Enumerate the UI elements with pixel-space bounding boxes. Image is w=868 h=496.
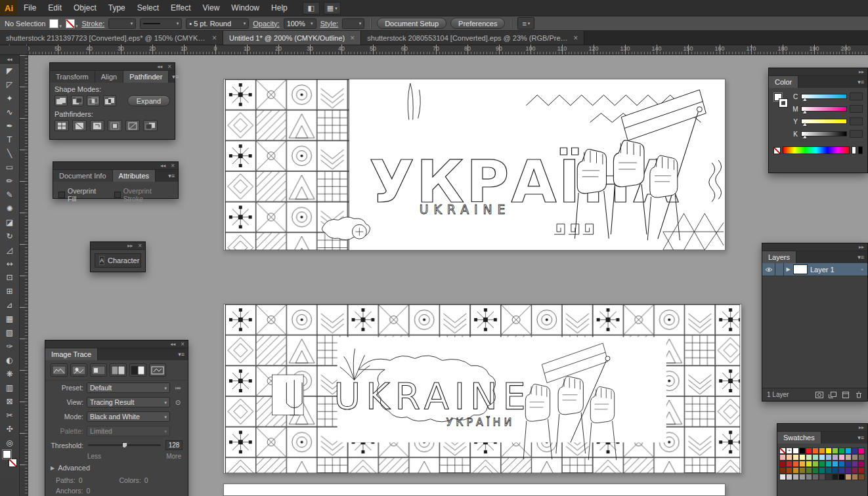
workspace-switcher-button[interactable]: ▦ ▾	[324, 2, 341, 14]
threshold-slider[interactable]	[88, 444, 161, 446]
eyedropper-tool[interactable]: ✑	[0, 339, 19, 353]
panel-menu-icon[interactable]: ▾≡	[165, 170, 178, 182]
document-tab[interactable]: Untitled 1* @ 200% (CMYK/Outline) ×	[223, 31, 361, 45]
grayscale-button[interactable]	[110, 363, 127, 377]
registration-swatch[interactable]: +	[786, 447, 792, 454]
slider-thumb[interactable]	[802, 98, 807, 102]
document-tab[interactable]: shutterstock 2080553104 [Converted].eps …	[361, 31, 584, 45]
color-swatch[interactable]	[819, 467, 825, 474]
panel-tab[interactable]: Align	[95, 71, 123, 83]
color-swatch[interactable]	[852, 447, 858, 454]
color-swatch[interactable]	[799, 461, 806, 467]
trace-option-select[interactable]: Limited ▾	[87, 426, 170, 436]
channel-value-box[interactable]	[850, 130, 863, 138]
color-swatch[interactable]	[812, 474, 819, 480]
vertical-ruler[interactable]	[20, 55, 28, 496]
color-swatch[interactable]	[832, 474, 838, 480]
zoom-tool[interactable]: ◎	[0, 436, 19, 449]
rectangle-tool[interactable]: ▭	[0, 160, 19, 174]
menu-item[interactable]: Edit	[42, 0, 68, 16]
magic-wand-tool[interactable]: ✦	[0, 91, 19, 105]
panel-menu-icon[interactable]: ▾≡	[854, 432, 867, 444]
color-swatch[interactable]	[799, 467, 806, 474]
stroke-panel-link[interactable]: Stroke:	[81, 20, 104, 28]
color-spectrum-bar[interactable]	[783, 146, 850, 154]
pen-tool[interactable]: ✒	[0, 119, 19, 133]
color-swatch[interactable]	[786, 467, 792, 474]
color-swatch[interactable]	[838, 467, 845, 474]
color-swatch[interactable]	[792, 467, 799, 474]
panel-tab[interactable]: Pathfinder	[123, 71, 169, 83]
white-swatch[interactable]	[852, 146, 856, 154]
color-swatch[interactable]	[825, 474, 832, 480]
color-swatch[interactable]	[792, 454, 799, 461]
layer-name[interactable]: Layer 1	[810, 266, 857, 274]
layers-list[interactable]: ▶ Layer 1 ◦	[762, 263, 867, 388]
color-swatch[interactable]	[832, 454, 838, 461]
color-swatch[interactable]	[845, 454, 852, 461]
color-swatch[interactable]	[858, 447, 865, 454]
delete-layer-button[interactable]	[855, 392, 863, 398]
menu-item[interactable]: Help	[265, 0, 293, 16]
blob-brush-tool[interactable]: ✺	[0, 201, 19, 215]
channel-slider[interactable]	[801, 106, 847, 112]
slider-thumb[interactable]	[122, 442, 127, 448]
graphic-style-select[interactable]: ▾	[342, 18, 364, 29]
variable-width-profile-select[interactable]: ▾	[140, 18, 182, 29]
color-swatch[interactable]	[858, 474, 865, 480]
color-swatch[interactable]	[812, 454, 819, 461]
trace-option-select[interactable]: Black and White ▾	[87, 411, 170, 422]
opacity-panel-link[interactable]: Opacity:	[253, 20, 279, 28]
pencil-tool[interactable]: ✎	[0, 188, 19, 201]
color-swatch[interactable]	[845, 474, 852, 480]
trace-option-side-icon[interactable]: ⊙	[173, 399, 183, 406]
advanced-section-toggle[interactable]: ▶ Advanced	[45, 461, 188, 475]
color-swatch[interactable]	[806, 454, 812, 461]
toolbar-collapse-icon[interactable]: ◂◂	[0, 55, 19, 64]
color-swatch[interactable]	[786, 454, 792, 461]
color-swatch[interactable]	[792, 474, 799, 480]
rotate-tool[interactable]: ↻	[0, 229, 19, 243]
character-panel-button[interactable]: A Character	[95, 253, 141, 268]
color-swatch[interactable]	[779, 474, 786, 480]
collapse-panel-icon[interactable]: ▸▸	[859, 70, 864, 75]
channel-slider[interactable]	[801, 131, 847, 136]
paintbrush-tool[interactable]: ✏	[0, 174, 19, 188]
lock-toggle[interactable]	[775, 263, 784, 276]
line-segment-tool[interactable]: ╲	[0, 146, 19, 160]
crop-button[interactable]	[108, 120, 122, 131]
scale-tool[interactable]: ◿	[0, 243, 19, 257]
color-swatch[interactable]	[819, 474, 825, 480]
auto-color-button[interactable]	[51, 363, 68, 377]
hand-tool[interactable]: ✣	[0, 422, 19, 436]
color-swatch[interactable]	[779, 461, 786, 467]
color-swatch[interactable]	[799, 447, 806, 454]
panel-menu-icon[interactable]: ▾≡	[169, 71, 182, 83]
overprint-checkbox[interactable]: Overprint Fill	[58, 187, 106, 203]
slider-thumb[interactable]	[802, 135, 807, 139]
blend-tool[interactable]: ◐	[0, 353, 19, 367]
panel-tab[interactable]: Attributes	[113, 170, 156, 182]
close-panel-icon[interactable]: ×	[138, 243, 142, 249]
outline-mode-button[interactable]	[149, 363, 166, 377]
color-swatch[interactable]	[806, 467, 812, 474]
layer-thumbnail[interactable]	[793, 264, 808, 274]
stroke-color-box[interactable]	[779, 99, 787, 107]
artboard-tool[interactable]: ⊠	[0, 394, 19, 408]
none-color-swatch[interactable]	[773, 147, 781, 154]
free-transform-tool[interactable]: ⊡	[0, 270, 19, 284]
none-swatch[interactable]	[779, 447, 786, 454]
close-panel-icon[interactable]: ×	[181, 341, 184, 348]
layer-row[interactable]: ▶ Layer 1 ◦	[762, 263, 867, 276]
column-graph-tool[interactable]: ▥	[0, 381, 19, 394]
color-swatch[interactable]	[832, 447, 838, 454]
width-tool[interactable]: ↔	[0, 257, 19, 270]
collapse-panel-icon[interactable]: ◂◂	[160, 163, 165, 169]
new-sublayer-button[interactable]	[829, 392, 836, 398]
perspective-grid-tool[interactable]: ⊿	[0, 298, 19, 312]
channel-slider[interactable]	[801, 94, 847, 99]
swatches-tab[interactable]: Swatches	[777, 432, 821, 444]
color-swatch[interactable]	[825, 467, 832, 474]
color-swatch[interactable]	[779, 467, 786, 474]
artboard-1[interactable]: УКРАЇНА UKRAINE	[223, 79, 726, 251]
